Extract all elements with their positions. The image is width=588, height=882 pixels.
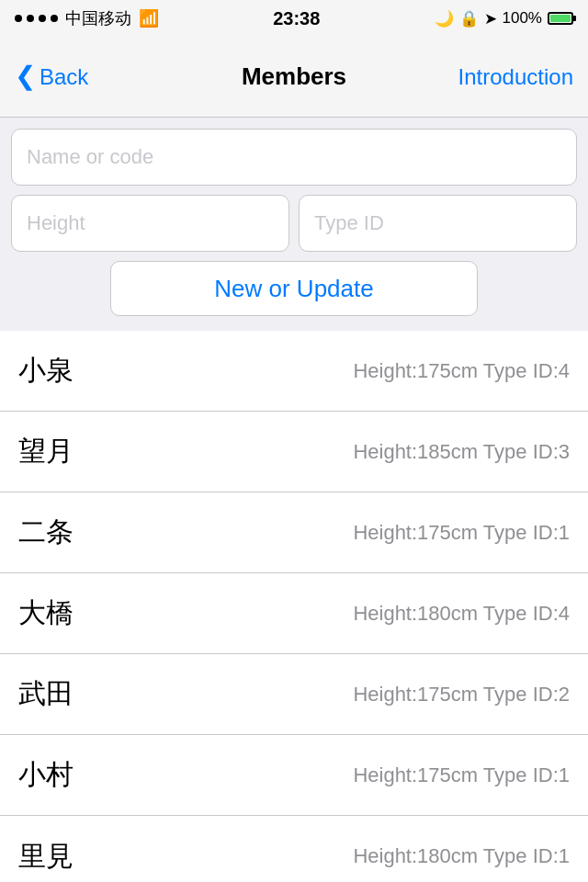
member-details: Height:185cm Type ID:3	[353, 440, 570, 464]
member-name: 大橋	[18, 594, 74, 632]
row-inputs	[11, 195, 577, 252]
battery-label: 100%	[503, 9, 542, 28]
location-icon: ➤	[484, 9, 497, 28]
introduction-button[interactable]: Introduction	[458, 64, 573, 90]
height-input[interactable]	[12, 196, 288, 251]
moon-icon: 🌙	[435, 9, 454, 28]
typeid-input[interactable]	[300, 196, 576, 251]
back-label: Back	[40, 64, 88, 90]
name-input[interactable]	[12, 130, 576, 185]
member-details: Height:175cm Type ID:2	[353, 683, 570, 707]
list-item[interactable]: 小村Height:175cm Type ID:1	[0, 735, 588, 816]
list-item[interactable]: 望月Height:185cm Type ID:3	[0, 412, 588, 492]
signal-dots	[15, 15, 58, 22]
list-item[interactable]: 武田Height:175cm Type ID:2	[0, 654, 588, 735]
member-details: Height:180cm Type ID:1	[353, 844, 570, 868]
member-list: 小泉Height:175cm Type ID:4望月Height:185cm T…	[0, 331, 588, 882]
back-button[interactable]: ❮ Back	[15, 64, 88, 90]
time-label: 23:38	[273, 8, 320, 29]
form-area: New or Update	[0, 118, 588, 331]
page-title: Members	[242, 62, 346, 91]
member-details: Height:175cm Type ID:1	[353, 521, 570, 545]
lock-icon: 🔒	[459, 9, 479, 28]
member-details: Height:180cm Type ID:4	[353, 602, 570, 626]
list-item[interactable]: 二条Height:175cm Type ID:1	[0, 492, 588, 573]
name-input-wrap	[11, 129, 577, 186]
member-name: 里見	[18, 838, 74, 876]
button-wrap: New or Update	[11, 261, 577, 316]
member-name: 小泉	[18, 352, 74, 390]
typeid-input-wrap	[299, 195, 577, 252]
battery-icon	[548, 12, 573, 25]
height-input-wrap	[11, 195, 289, 252]
list-item[interactable]: 里見Height:180cm Type ID:1	[0, 816, 588, 882]
member-name: 二条	[18, 514, 74, 551]
list-item[interactable]: 大橋Height:180cm Type ID:4	[0, 573, 588, 654]
member-details: Height:175cm Type ID:4	[353, 359, 570, 383]
list-item[interactable]: 小泉Height:175cm Type ID:4	[0, 331, 588, 412]
carrier-label: 中国移动	[65, 7, 131, 29]
member-name: 小村	[18, 756, 74, 794]
member-name: 望月	[18, 433, 74, 470]
status-left: 中国移动 📶	[15, 7, 159, 29]
status-bar: 中国移动 📶 23:38 🌙 🔒 ➤ 100%	[0, 0, 588, 37]
nav-bar: ❮ Back Members Introduction	[0, 37, 588, 118]
back-chevron-icon: ❮	[15, 63, 36, 89]
member-details: Height:175cm Type ID:1	[353, 763, 570, 787]
member-name: 武田	[18, 675, 74, 713]
new-or-update-button[interactable]: New or Update	[110, 261, 478, 316]
status-right: 🌙 🔒 ➤ 100%	[435, 9, 573, 28]
wifi-icon: 📶	[139, 8, 159, 28]
